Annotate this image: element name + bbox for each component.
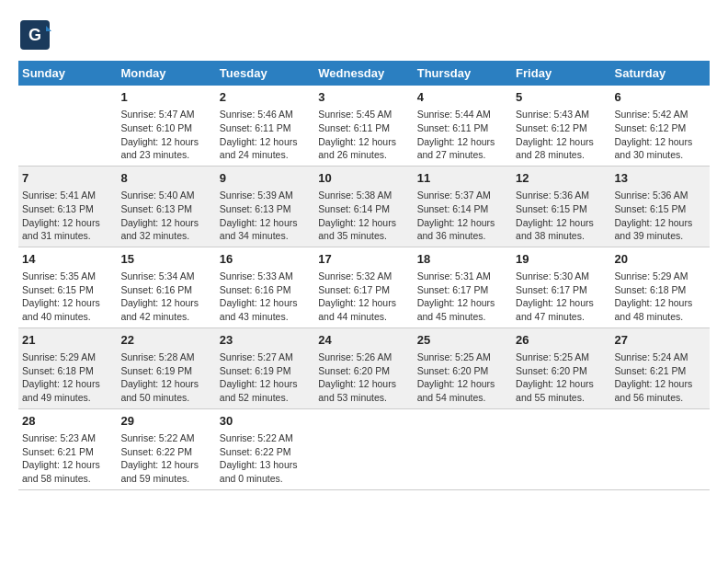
- calendar-week-row: 14Sunrise: 5:35 AM Sunset: 6:15 PM Dayli…: [18, 247, 710, 327]
- day-number: 7: [22, 170, 113, 187]
- day-info: Sunrise: 5:30 AM Sunset: 6:17 PM Dayligh…: [516, 270, 607, 324]
- day-info: Sunrise: 5:44 AM Sunset: 6:11 PM Dayligh…: [417, 108, 508, 162]
- calendar-cell: 17Sunrise: 5:32 AM Sunset: 6:17 PM Dayli…: [314, 247, 413, 327]
- calendar-cell: 18Sunrise: 5:31 AM Sunset: 6:17 PM Dayli…: [414, 247, 512, 327]
- calendar-cell: 10Sunrise: 5:38 AM Sunset: 6:14 PM Dayli…: [314, 166, 413, 247]
- day-number: 15: [120, 251, 211, 268]
- day-info: Sunrise: 5:22 AM Sunset: 6:22 PM Dayligh…: [220, 431, 311, 486]
- calendar-table: SundayMondayTuesdayWednesdayThursdayFrid…: [18, 61, 710, 490]
- day-number: 2: [220, 89, 311, 106]
- day-number: 24: [318, 332, 409, 349]
- calendar-cell: 9Sunrise: 5:39 AM Sunset: 6:13 PM Daylig…: [216, 166, 314, 247]
- weekday-header-thursday: Thursday: [414, 61, 512, 86]
- day-info: Sunrise: 5:39 AM Sunset: 6:13 PM Dayligh…: [220, 189, 311, 243]
- calendar-cell: 12Sunrise: 5:36 AM Sunset: 6:15 PM Dayli…: [512, 166, 610, 247]
- calendar-week-row: 1Sunrise: 5:47 AM Sunset: 6:10 PM Daylig…: [18, 86, 710, 166]
- page-header: G: [18, 18, 710, 52]
- calendar-cell: 27Sunrise: 5:24 AM Sunset: 6:21 PM Dayli…: [611, 327, 710, 408]
- calendar-cell: 21Sunrise: 5:29 AM Sunset: 6:18 PM Dayli…: [18, 327, 117, 408]
- calendar-cell: 11Sunrise: 5:37 AM Sunset: 6:14 PM Dayli…: [414, 166, 512, 247]
- day-number: 16: [220, 251, 311, 268]
- logo: G: [18, 18, 55, 52]
- day-info: Sunrise: 5:46 AM Sunset: 6:11 PM Dayligh…: [220, 108, 311, 162]
- day-number: 27: [615, 332, 706, 349]
- weekday-header-tuesday: Tuesday: [216, 61, 314, 86]
- calendar-cell: 22Sunrise: 5:28 AM Sunset: 6:19 PM Dayli…: [117, 327, 215, 408]
- svg-text:G: G: [28, 26, 41, 44]
- weekday-header-wednesday: Wednesday: [314, 61, 413, 86]
- day-number: 4: [417, 89, 508, 106]
- weekday-header-saturday: Saturday: [611, 61, 710, 86]
- day-number: 21: [22, 332, 113, 349]
- day-number: 10: [318, 170, 409, 187]
- day-info: Sunrise: 5:23 AM Sunset: 6:21 PM Dayligh…: [22, 431, 113, 486]
- calendar-cell: 29Sunrise: 5:22 AM Sunset: 6:22 PM Dayli…: [117, 408, 215, 489]
- calendar-cell: 5Sunrise: 5:43 AM Sunset: 6:12 PM Daylig…: [512, 86, 610, 166]
- day-info: Sunrise: 5:36 AM Sunset: 6:15 PM Dayligh…: [516, 189, 607, 243]
- calendar-cell: 25Sunrise: 5:25 AM Sunset: 6:20 PM Dayli…: [414, 327, 512, 408]
- day-info: Sunrise: 5:41 AM Sunset: 6:13 PM Dayligh…: [22, 189, 113, 243]
- day-info: Sunrise: 5:35 AM Sunset: 6:15 PM Dayligh…: [22, 270, 113, 324]
- day-info: Sunrise: 5:36 AM Sunset: 6:15 PM Dayligh…: [615, 189, 706, 243]
- calendar-cell: 6Sunrise: 5:42 AM Sunset: 6:12 PM Daylig…: [611, 86, 710, 166]
- day-number: 25: [417, 332, 508, 349]
- weekday-header-row: SundayMondayTuesdayWednesdayThursdayFrid…: [18, 61, 710, 86]
- day-number: 3: [318, 89, 409, 106]
- day-info: Sunrise: 5:34 AM Sunset: 6:16 PM Dayligh…: [120, 270, 211, 324]
- calendar-cell: 28Sunrise: 5:23 AM Sunset: 6:21 PM Dayli…: [18, 408, 117, 489]
- day-info: Sunrise: 5:32 AM Sunset: 6:17 PM Dayligh…: [318, 270, 409, 324]
- calendar-cell: [414, 408, 512, 489]
- day-number: 8: [120, 170, 211, 187]
- calendar-cell: 14Sunrise: 5:35 AM Sunset: 6:15 PM Dayli…: [18, 247, 117, 327]
- day-number: 17: [318, 251, 409, 268]
- day-number: 13: [615, 170, 706, 187]
- calendar-cell: [18, 86, 117, 166]
- calendar-cell: 26Sunrise: 5:25 AM Sunset: 6:20 PM Dayli…: [512, 327, 610, 408]
- day-number: 29: [120, 413, 211, 430]
- day-info: Sunrise: 5:26 AM Sunset: 6:20 PM Dayligh…: [318, 350, 409, 405]
- calendar-cell: 4Sunrise: 5:44 AM Sunset: 6:11 PM Daylig…: [414, 86, 512, 166]
- calendar-cell: 7Sunrise: 5:41 AM Sunset: 6:13 PM Daylig…: [18, 166, 117, 247]
- weekday-header-friday: Friday: [512, 61, 610, 86]
- day-info: Sunrise: 5:43 AM Sunset: 6:12 PM Dayligh…: [516, 108, 607, 162]
- calendar-cell: [314, 408, 413, 489]
- calendar-cell: 15Sunrise: 5:34 AM Sunset: 6:16 PM Dayli…: [117, 247, 215, 327]
- day-number: 28: [22, 413, 113, 430]
- day-info: Sunrise: 5:25 AM Sunset: 6:20 PM Dayligh…: [417, 350, 508, 405]
- day-number: 11: [417, 170, 508, 187]
- calendar-cell: [611, 408, 710, 489]
- calendar-header: SundayMondayTuesdayWednesdayThursdayFrid…: [18, 61, 710, 86]
- day-info: Sunrise: 5:22 AM Sunset: 6:22 PM Dayligh…: [120, 431, 211, 486]
- day-number: 30: [220, 413, 311, 430]
- calendar-cell: 3Sunrise: 5:45 AM Sunset: 6:11 PM Daylig…: [314, 86, 413, 166]
- calendar-cell: 1Sunrise: 5:47 AM Sunset: 6:10 PM Daylig…: [117, 86, 215, 166]
- day-number: 23: [220, 332, 311, 349]
- calendar-cell: 20Sunrise: 5:29 AM Sunset: 6:18 PM Dayli…: [611, 247, 710, 327]
- day-info: Sunrise: 5:27 AM Sunset: 6:19 PM Dayligh…: [220, 350, 311, 405]
- day-number: 18: [417, 251, 508, 268]
- day-number: 9: [220, 170, 311, 187]
- calendar-week-row: 28Sunrise: 5:23 AM Sunset: 6:21 PM Dayli…: [18, 408, 710, 489]
- calendar-cell: 8Sunrise: 5:40 AM Sunset: 6:13 PM Daylig…: [117, 166, 215, 247]
- day-info: Sunrise: 5:42 AM Sunset: 6:12 PM Dayligh…: [615, 108, 706, 162]
- day-info: Sunrise: 5:37 AM Sunset: 6:14 PM Dayligh…: [417, 189, 508, 243]
- calendar-cell: 16Sunrise: 5:33 AM Sunset: 6:16 PM Dayli…: [216, 247, 314, 327]
- calendar-cell: 23Sunrise: 5:27 AM Sunset: 6:19 PM Dayli…: [216, 327, 314, 408]
- day-info: Sunrise: 5:29 AM Sunset: 6:18 PM Dayligh…: [22, 350, 113, 405]
- day-info: Sunrise: 5:28 AM Sunset: 6:19 PM Dayligh…: [120, 350, 211, 405]
- weekday-header-sunday: Sunday: [18, 61, 117, 86]
- day-number: 12: [516, 170, 607, 187]
- day-info: Sunrise: 5:38 AM Sunset: 6:14 PM Dayligh…: [318, 189, 409, 243]
- day-info: Sunrise: 5:47 AM Sunset: 6:10 PM Dayligh…: [120, 108, 211, 162]
- day-info: Sunrise: 5:25 AM Sunset: 6:20 PM Dayligh…: [516, 350, 607, 405]
- calendar-body: 1Sunrise: 5:47 AM Sunset: 6:10 PM Daylig…: [18, 86, 710, 489]
- day-info: Sunrise: 5:45 AM Sunset: 6:11 PM Dayligh…: [318, 108, 409, 162]
- day-info: Sunrise: 5:29 AM Sunset: 6:18 PM Dayligh…: [615, 270, 706, 324]
- day-number: 22: [120, 332, 211, 349]
- day-info: Sunrise: 5:24 AM Sunset: 6:21 PM Dayligh…: [615, 350, 706, 405]
- calendar-week-row: 21Sunrise: 5:29 AM Sunset: 6:18 PM Dayli…: [18, 327, 710, 408]
- day-number: 20: [615, 251, 706, 268]
- weekday-header-monday: Monday: [117, 61, 215, 86]
- day-info: Sunrise: 5:40 AM Sunset: 6:13 PM Dayligh…: [120, 189, 211, 243]
- calendar-cell: 19Sunrise: 5:30 AM Sunset: 6:17 PM Dayli…: [512, 247, 610, 327]
